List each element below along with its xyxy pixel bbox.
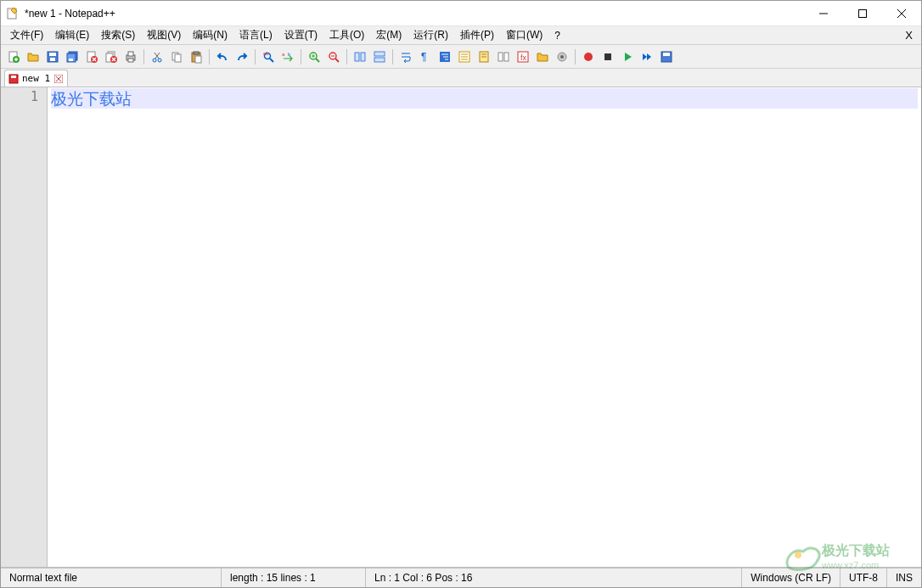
undo-button[interactable] [213,48,232,66]
svg-text:a: a [282,52,285,57]
toolbar-separator [301,49,301,64]
toolbar-separator [575,49,576,64]
toolbar-separator [255,49,256,64]
show-all-chars-button[interactable]: ¶ [416,48,435,66]
svg-rect-67 [504,53,509,61]
menu-file[interactable]: 文件(F) [4,26,49,44]
monitor-button[interactable] [553,48,571,66]
find-button[interactable]: ab [259,48,278,66]
record-macro-button[interactable] [579,48,598,66]
menu-run[interactable]: 运行(R) [408,26,454,44]
unsaved-file-icon [8,74,19,84]
line-number: 1 [3,89,38,104]
new-file-button[interactable] [4,48,23,66]
close-file-button[interactable] [82,48,101,66]
svg-point-27 [153,59,156,62]
save-button[interactable] [43,48,62,66]
svg-point-72 [584,53,593,61]
doc-list-button[interactable] [494,48,513,66]
menu-view[interactable]: 视图(V) [141,26,187,44]
menubar-close-x[interactable]: X [897,29,921,42]
zoom-in-button[interactable] [305,48,323,66]
paste-button[interactable] [187,48,205,66]
menu-plugins[interactable]: 插件(P) [454,26,500,44]
app-icon [6,7,20,20]
menu-encoding[interactable]: 编码(N) [187,26,233,44]
menu-settings[interactable]: 设置(T) [278,26,323,44]
svg-rect-32 [175,54,181,62]
status-bar: Normal text file length : 15 lines : 1 L… [1,567,921,587]
copy-button[interactable] [167,48,186,66]
svg-rect-49 [361,53,365,61]
save-all-button[interactable] [63,48,82,66]
close-all-button[interactable] [102,48,121,66]
status-insert-mode[interactable]: INS [887,568,921,587]
svg-line-37 [270,59,273,62]
svg-rect-50 [374,52,385,56]
tab-label: new 1 [22,73,50,84]
stop-macro-button[interactable] [599,48,617,66]
save-macro-button[interactable] [657,48,676,66]
editor-content[interactable]: 极光下载站 [48,87,921,567]
folder-button[interactable] [533,48,552,66]
menu-search[interactable]: 搜索(S) [95,26,141,44]
status-length-lines: length : 15 lines : 1 [222,568,366,587]
word-wrap-button[interactable] [396,48,415,66]
redo-button[interactable] [233,48,251,66]
play-macro-button[interactable] [618,48,637,66]
svg-rect-14 [69,59,73,61]
tab-new-1[interactable]: new 1 [4,70,68,87]
svg-rect-66 [498,53,503,61]
svg-line-42 [316,59,319,62]
status-cursor: Ln : 1 Col : 6 Pos : 16 [366,568,742,587]
svg-rect-35 [195,56,201,63]
zoom-out-button[interactable] [324,48,343,66]
editor-line[interactable]: 极光下载站 [51,88,918,109]
svg-rect-2 [859,9,867,17]
svg-rect-25 [128,52,133,56]
menu-edit[interactable]: 编辑(E) [49,26,95,44]
svg-line-29 [155,53,160,59]
menu-language[interactable]: 语言(L) [233,26,278,44]
svg-rect-34 [194,52,199,54]
minimize-button[interactable] [804,1,843,26]
menu-window[interactable]: 窗口(W) [500,26,548,44]
menu-help[interactable]: ? [548,28,566,43]
svg-line-46 [335,59,339,62]
tab-bar: new 1 [1,69,921,87]
open-file-button[interactable] [24,48,42,66]
svg-text:¶: ¶ [421,51,426,63]
function-list-button[interactable]: fx [514,48,532,66]
svg-point-71 [560,55,564,59]
doc-map-button[interactable] [475,48,493,66]
close-button[interactable] [882,1,921,26]
print-button[interactable] [121,48,140,66]
cut-button[interactable] [148,48,166,66]
status-encoding[interactable]: UTF-8 [840,568,887,587]
window-title: *new 1 - Notepad++ [25,8,804,20]
svg-line-30 [155,53,159,59]
fast-forward-button[interactable] [638,48,656,66]
menu-tools[interactable]: 工具(O) [323,26,370,44]
svg-rect-75 [663,53,670,56]
menu-macro[interactable]: 宏(M) [370,26,408,44]
sync-vertical-button[interactable] [351,48,369,66]
svg-text:ab: ab [263,51,269,56]
status-eol[interactable]: Windows (CR LF) [742,568,840,587]
svg-rect-48 [355,53,359,61]
replace-button[interactable]: ab [278,48,297,66]
indent-guide-button[interactable] [436,48,454,66]
maximize-button[interactable] [843,1,882,26]
sync-horizontal-button[interactable] [370,48,389,66]
svg-rect-11 [50,58,55,61]
status-filetype: Normal text file [1,568,222,587]
toolbar-separator [209,49,210,64]
editor: 1 极光下载站 [1,87,921,567]
svg-rect-10 [49,53,56,56]
tab-close-icon[interactable] [53,74,64,84]
editor-text: 极光下载站 [51,89,132,108]
line-number-gutter: 1 [1,87,48,567]
user-lang-button[interactable] [455,48,474,66]
toolbar: ab ab ¶ fx [1,45,921,69]
title-bar: *new 1 - Notepad++ [1,1,921,26]
